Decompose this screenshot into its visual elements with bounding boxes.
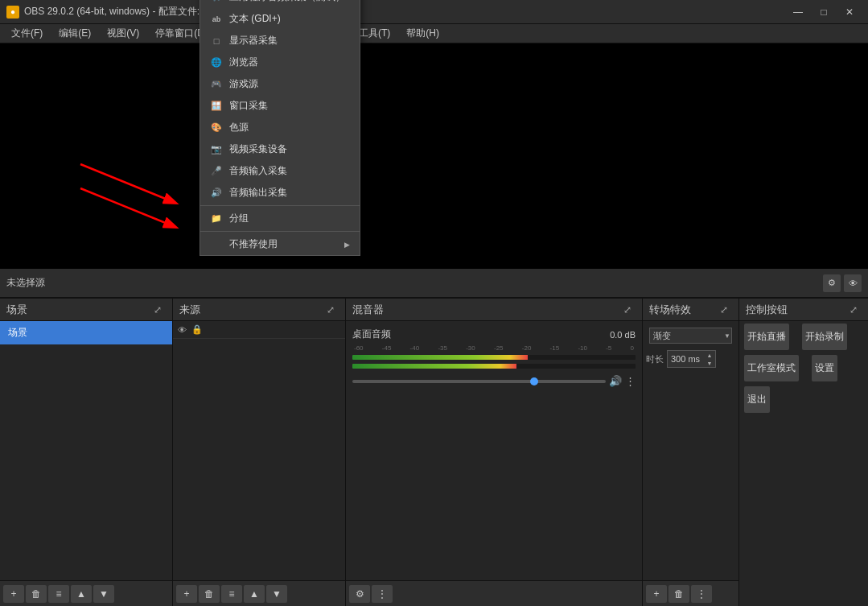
transition-duration-label: 时长 (646, 353, 664, 365)
source-item-browser[interactable]: 👁 🔒 (173, 321, 345, 339)
context-menu-item-video-device[interactable]: 📷 视频采集设备 (200, 138, 360, 160)
context-menu-item-display[interactable]: □ 显示器采集 (200, 30, 360, 52)
volume-slider-thumb[interactable] (530, 377, 538, 385)
transition-type-wrapper: 渐变 (646, 324, 735, 347)
scene-add-button[interactable]: + (3, 585, 24, 603)
settings-button[interactable]: 设置 (812, 355, 837, 381)
start-stream-button[interactable]: 开始直播 (744, 324, 789, 350)
context-menu-item-window[interactable]: 🪟 窗口采集 (200, 95, 360, 117)
context-menu-item-color[interactable]: 🎨 色源 (200, 117, 360, 138)
transition-add-button[interactable]: + (646, 585, 667, 603)
mixer-panel-expand[interactable]: ⤢ (619, 302, 636, 318)
deprecated-icon (210, 238, 223, 251)
menu-bar: 文件(F) 编辑(E) 视图(V) 停靠窗口(D) 配置文件(P) 场景集合(S… (0, 24, 868, 43)
context-menu-divider-1 (200, 205, 360, 206)
audio-output-icon: 🔊 (210, 187, 223, 200)
mixer-channel-name: 桌面音频 (352, 328, 391, 341)
context-menu-item-game[interactable]: 🎮 游戏源 (200, 73, 360, 95)
menu-help[interactable]: 帮助(H) (398, 25, 447, 42)
transition-duration-spinbox: ▲ ▼ (667, 350, 716, 368)
volume-slider-track[interactable] (352, 380, 606, 383)
text-icon: ab (210, 13, 223, 26)
sources-eye-button[interactable]: 👁 (844, 274, 862, 292)
app-icon: ● (6, 6, 19, 19)
title-bar: ● OBS 29.0.2 (64-bit, windows) - 配置文件: 未… (0, 0, 868, 24)
spinbox-arrows: ▲ ▼ (704, 351, 715, 367)
controls-panel-expand[interactable]: ⤢ (845, 302, 862, 318)
exit-button[interactable]: 退出 (744, 386, 770, 413)
video-device-icon: 📷 (210, 143, 223, 156)
mixer-panel-title: 混音器 (352, 303, 616, 317)
context-menu-label-audio-app: 应用程序音频采集（测试） (229, 0, 345, 4)
context-menu-item-deprecated[interactable]: 不推荐使用 (200, 233, 360, 255)
spinbox-up[interactable]: ▲ (704, 351, 715, 359)
mixer-settings-gear[interactable]: ⚙ (349, 585, 370, 603)
transition-panel-footer: + 🗑 ⋮ (643, 580, 738, 606)
transition-type-select[interactable]: 渐变 (649, 328, 732, 344)
start-record-button[interactable]: 开始录制 (802, 324, 847, 350)
transition-panel-expand[interactable]: ⤢ (716, 302, 732, 318)
meter-tracks (352, 355, 636, 360)
spinbox-down[interactable]: ▼ (704, 359, 715, 367)
group-icon: 📁 (210, 212, 223, 225)
title-bar-controls: — □ ✕ (786, 4, 862, 20)
scene-panel-header: 场景 ⤢ (0, 299, 172, 321)
mixer-channel-db: 0.0 dB (610, 330, 636, 340)
scene-up-button[interactable]: ▲ (71, 585, 92, 603)
context-menu-label-audio-output: 音频输出采集 (229, 186, 287, 200)
transition-duration-row: 时长 ▲ ▼ (646, 350, 735, 368)
transition-remove-button[interactable]: 🗑 (668, 585, 689, 603)
mute-button[interactable]: 🔊 (609, 375, 622, 387)
source-add-button[interactable]: + (176, 585, 197, 603)
context-menu-item-browser[interactable]: 🌐 浏览器 (200, 52, 360, 73)
context-menu-item-text[interactable]: ab 文本 (GDI+) (200, 8, 360, 30)
audio-app-icon: 🎵 (210, 0, 223, 4)
source-down-button[interactable]: ▼ (266, 585, 287, 603)
scene-down-button[interactable]: ▼ (93, 585, 114, 603)
menu-view[interactable]: 视图(V) (99, 25, 147, 42)
controls-panel: 控制按钮 ⤢ 开始直播 开始录制 工作室模式 设置 退出 (739, 299, 868, 606)
maximize-button[interactable]: □ (812, 4, 836, 20)
volume-control-row: 🔊 ⋮ (352, 375, 636, 387)
source-filter-button[interactable]: ≡ (221, 585, 242, 603)
scene-panel-expand[interactable]: ⤢ (150, 302, 166, 318)
game-icon: 🎮 (210, 78, 223, 91)
context-menu-label-color: 色源 (229, 121, 249, 134)
browser-icon: 🌐 (210, 56, 223, 69)
transition-menu-button[interactable]: ⋮ (691, 585, 712, 603)
scene-filter-button[interactable]: ≡ (48, 585, 69, 603)
sources-gear-button[interactable]: ⚙ (823, 274, 841, 292)
context-menu-item-audio-app[interactable]: 🎵 应用程序音频采集（测试） (200, 0, 360, 8)
close-button[interactable]: ✕ (837, 4, 862, 20)
main-area: 未选择源 ⚙ 👁 🖼 图像 🎞 图像幻灯片胶映 ☰ 场景 ▶ 媒体源 (0, 43, 868, 606)
context-menu: 🖼 图像 🎞 图像幻灯片胶映 ☰ 场景 ▶ 媒体源 🎵 应用程序音频采集（测试）… (200, 0, 360, 256)
transition-panel: 转场特效 ⤢ 渐变 时长 ▲ ▼ (643, 299, 739, 606)
sources-panel-expand[interactable]: ⤢ (323, 302, 339, 318)
controls-panel-title: 控制按钮 (746, 303, 842, 317)
meter-tracks-2 (352, 364, 636, 369)
scene-item-default[interactable]: 场景 (0, 321, 172, 344)
transition-panel-header: 转场特效 ⤢ (643, 299, 738, 321)
source-remove-button[interactable]: 🗑 (199, 585, 220, 603)
transition-duration-input[interactable] (668, 352, 704, 365)
scene-remove-button[interactable]: 🗑 (26, 585, 47, 603)
context-menu-label-game: 游戏源 (229, 77, 258, 91)
minimize-button[interactable]: — (786, 4, 810, 20)
mixer-channel-desktop: 桌面音频 0.0 dB -60 -45 -40 -35 -30 -25 -20 … (346, 321, 642, 394)
source-up-button[interactable]: ▲ (244, 585, 265, 603)
context-menu-item-group[interactable]: 📁 分组 (200, 208, 360, 229)
mixer-settings-button[interactable]: ⋮ (625, 375, 636, 387)
context-menu-item-audio-output[interactable]: 🔊 音频输出采集 (200, 182, 360, 204)
menu-file[interactable]: 文件(F) (3, 25, 51, 42)
sources-bar: 未选择源 ⚙ 👁 🖼 图像 🎞 图像幻灯片胶映 ☰ 场景 ▶ 媒体源 (0, 269, 868, 298)
mixer-menu-button[interactable]: ⋮ (372, 585, 393, 603)
sources-bar-label: 未选择源 (6, 276, 45, 290)
studio-mode-button[interactable]: 工作室模式 (744, 355, 799, 381)
controls-panel-content: 开始直播 开始录制 工作室模式 设置 退出 (739, 321, 868, 606)
sources-panel-footer: + 🗑 ≡ ▲ ▼ (173, 580, 345, 606)
menu-edit[interactable]: 编辑(E) (51, 25, 99, 42)
window-icon: 🪟 (210, 100, 223, 113)
context-menu-item-audio-input[interactable]: 🎤 音频输入采集 (200, 160, 360, 182)
context-menu-label-deprecated: 不推荐使用 (229, 237, 278, 251)
transition-panel-title: 转场特效 (649, 303, 713, 317)
